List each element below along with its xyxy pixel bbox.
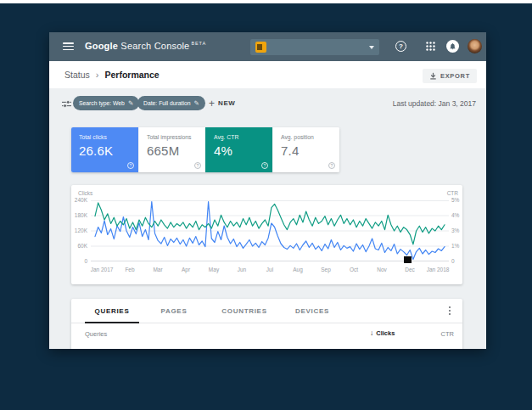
property-icon xyxy=(255,42,266,53)
filter-chip-date[interactable]: Date: Full duration ✎ xyxy=(137,96,205,110)
tab-devices[interactable]: DEVICES xyxy=(285,299,339,323)
axis-tick-label: 3% xyxy=(451,227,459,234)
x-axis-tick-label: Feb xyxy=(125,267,134,272)
breadcrumb-separator-icon: › xyxy=(96,70,99,79)
last-updated-text: Last updated: Jan 3, 2017 xyxy=(393,99,476,108)
breadcrumb-status[interactable]: Status xyxy=(64,70,90,80)
new-filter-button[interactable]: + NEW xyxy=(209,96,235,110)
series-ctr xyxy=(95,203,445,244)
x-axis-tick-label: Aug xyxy=(293,267,303,272)
logo-google: Google xyxy=(85,41,118,51)
x-axis-tick-label: Jan 2017 xyxy=(91,267,114,272)
x-axis-tick-label: Nov xyxy=(377,267,387,272)
help-tooltip-icon[interactable]: ? xyxy=(328,162,335,169)
overflow-menu-icon[interactable] xyxy=(445,305,454,317)
metric-card-total-impressions[interactable]: Total impressions 665M ? xyxy=(138,127,205,172)
tab-queries[interactable]: QUERIES xyxy=(85,299,139,323)
axis-tick-label: 0 xyxy=(84,258,87,265)
download-icon xyxy=(429,72,437,80)
x-axis-tick-label: Sep xyxy=(321,267,331,272)
axis-tick-label: 1% xyxy=(451,243,459,250)
metric-value: 665M xyxy=(147,143,179,158)
tab-countries[interactable]: COUNTRIES xyxy=(214,299,275,323)
metric-value: 7.4 xyxy=(281,143,299,158)
metric-card-avg-position[interactable]: Avg. position 7.4 ? xyxy=(272,127,339,172)
sort-desc-icon: ↓ xyxy=(370,329,373,337)
axis-tick-label: 4% xyxy=(451,212,459,219)
plus-icon: + xyxy=(209,98,215,109)
column-header-ctr: CTR xyxy=(441,330,454,338)
beta-badge: BETA xyxy=(191,41,206,46)
avatar[interactable] xyxy=(468,39,482,53)
metric-cards: Total clicks 26.6K ? Total impressions 6… xyxy=(71,127,339,172)
performance-chart-card: Clicks CTR 240K180K120K60K0 5%4%3%1%0 Ja… xyxy=(71,185,462,284)
x-axis-tick-label: Dec xyxy=(405,267,415,272)
search-console-window: Google Search ConsoleBETA ? Status › Per… xyxy=(49,32,486,349)
export-label: EXPORT xyxy=(440,72,470,80)
product-logo: Google Search ConsoleBETA xyxy=(85,41,206,51)
dimensions-table-card: QUERIES PAGES COUNTRIES DEVICES Queries … xyxy=(71,299,462,349)
breadcrumb: Status › Performance xyxy=(64,70,160,80)
x-axis-tick-label: Apr xyxy=(182,267,190,272)
chip-label: Date: Full duration xyxy=(143,100,191,106)
tab-pages[interactable]: PAGES xyxy=(153,299,195,323)
column-header-clicks: Clicks xyxy=(376,329,395,337)
axis-tick-label: 5% xyxy=(451,197,459,204)
metric-value: 4% xyxy=(214,143,232,158)
x-axis-tick-label: Jul xyxy=(266,267,273,272)
export-button[interactable]: EXPORT xyxy=(423,69,477,83)
x-axis-tick-label: May xyxy=(209,267,219,272)
new-filter-label: NEW xyxy=(218,99,235,107)
x-axis-tick-label: Oct xyxy=(350,267,358,272)
mouse-cursor-artifact xyxy=(404,256,412,263)
top-white-strip xyxy=(0,0,532,3)
metric-label: Avg. position xyxy=(281,134,314,140)
property-selector[interactable] xyxy=(250,39,379,55)
axis-tick-label: 240K xyxy=(75,197,87,204)
breadcrumb-row: Status › Performance EXPORT xyxy=(49,61,486,88)
logo-search-console: Search Console xyxy=(120,41,189,51)
line-chart xyxy=(91,200,449,261)
help-tooltip-icon[interactable]: ? xyxy=(194,162,201,169)
table-tabs: QUERIES PAGES COUNTRIES DEVICES xyxy=(71,299,462,323)
axis-tick-label: 0 xyxy=(451,258,455,265)
app-bar: Google Search ConsoleBETA ? xyxy=(49,32,486,61)
help-tooltip-icon[interactable]: ? xyxy=(261,162,268,169)
filter-chip-search-type[interactable]: Search type: Web ✎ xyxy=(73,96,139,110)
metric-label: Total clicks xyxy=(79,134,107,140)
axis-tick-label: 60K xyxy=(77,243,87,250)
chevron-down-icon xyxy=(369,46,374,49)
column-header-queries: Queries xyxy=(85,330,107,338)
help-tooltip-icon[interactable]: ? xyxy=(127,162,134,169)
menu-icon[interactable] xyxy=(63,42,74,53)
edit-icon: ✎ xyxy=(194,99,199,107)
metric-label: Avg. CTR xyxy=(214,134,238,140)
x-axis-ticks: Jan 2017FebMarAprMayJunJulAugSepOctNovDe… xyxy=(71,267,462,277)
apps-grid-icon[interactable] xyxy=(426,42,435,51)
column-header-clicks-sort[interactable]: ↓ Clicks xyxy=(370,329,395,337)
content-area: Search type: Web ✎ Date: Full duration ✎… xyxy=(49,88,486,349)
page-title: Performance xyxy=(104,70,159,80)
notifications-icon[interactable] xyxy=(446,40,459,53)
x-axis-tick-label: Jan 2018 xyxy=(427,267,450,272)
filter-tune-icon[interactable] xyxy=(62,99,71,109)
help-icon[interactable]: ? xyxy=(395,41,406,52)
axis-tick-label: 180K xyxy=(75,212,87,219)
chip-label: Search type: Web xyxy=(79,100,125,106)
metric-label: Total impressions xyxy=(147,134,192,140)
metric-card-avg-ctr[interactable]: Avg. CTR 4% ? xyxy=(205,127,272,172)
metric-card-total-clicks[interactable]: Total clicks 26.6K ? xyxy=(71,127,138,172)
edit-icon: ✎ xyxy=(128,99,133,107)
axis-tick-label: 120K xyxy=(75,227,87,234)
metric-value: 26.6K xyxy=(79,143,113,158)
x-axis-tick-label: Mar xyxy=(153,267,162,272)
x-axis-tick-label: Jun xyxy=(238,267,246,272)
